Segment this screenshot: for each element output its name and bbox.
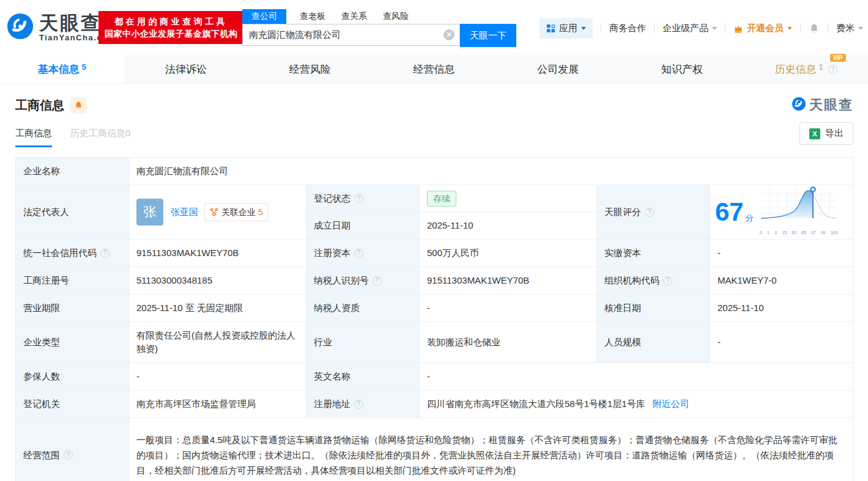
credit-code-value: 91511303MAK1WEY70B	[129, 240, 306, 266]
search-button[interactable]: 天眼一下	[460, 24, 516, 47]
table-row-legal-rep: 法定代表人 张 张亚国 关联企业 5 登记状态 存续	[16, 185, 853, 240]
nav-divider	[654, 24, 655, 33]
tab-basic-info[interactable]: 基本信息 5	[0, 55, 124, 83]
tab-history-info-count: 1	[819, 62, 823, 72]
nav-enterprise-products[interactable]: 企业级产品	[662, 23, 717, 34]
search-tab-boss[interactable]: 查老板	[300, 9, 325, 24]
section-title: 工商信息	[15, 97, 64, 114]
tab-intellectual-property[interactable]: 知识产权	[620, 55, 744, 83]
status-badge: 存续	[427, 191, 456, 207]
search-tab-risk[interactable]: 查风险	[383, 9, 409, 24]
score-value: 67分	[710, 185, 853, 239]
chevron-down-icon	[581, 27, 586, 30]
section-head: 工商信息 天眼查	[15, 97, 853, 114]
nearby-companies-link[interactable]: 附近公司	[653, 397, 689, 411]
legal-rep-label: 法定代表人	[16, 185, 129, 239]
search-clear-icon[interactable]: ✕	[443, 29, 454, 40]
page: 天眼查 TianYanCha.com 都在用的商业查询工具 国家中小企业发展子基…	[0, 0, 868, 481]
nav-cooperation[interactable]: 商务合作	[609, 23, 646, 34]
tab-company-development-label: 公司发展	[537, 62, 579, 76]
tianyancha-swirl-icon	[6, 12, 34, 43]
org-code-label-text: 组织机构代码	[604, 274, 659, 287]
credit-code-label: 统一社会信用代码	[16, 240, 129, 266]
notification-bell-icon[interactable]	[809, 23, 820, 34]
search-input[interactable]	[242, 24, 460, 46]
help-icon[interactable]	[663, 276, 672, 285]
table-row-insured-count: 参保人数 - 英文名称 -	[16, 363, 853, 391]
table-row-business-scope: 经营范围 一般项目：总质量4.5吨及以下普通货运车辆道路货物运输（除网络货运和危…	[16, 418, 853, 481]
staff-size-label: 人员规模	[597, 322, 710, 362]
table-row-reg-authority: 登记机关 南充市高坪区市场监督管理局 注册地址 四川省南充市高坪区物流大道六段5…	[16, 391, 853, 418]
tab-company-development[interactable]: 公司发展	[496, 55, 620, 83]
search-tab-relation[interactable]: 查关系	[341, 9, 367, 24]
export-button-label: 导出	[825, 128, 844, 139]
taxpayer-id-label-text: 纳税人识别号	[314, 274, 369, 287]
staff-size-value: -	[710, 322, 853, 362]
score-unit: 分	[746, 213, 754, 222]
approval-date-value: 2025-11-10	[710, 295, 853, 321]
reg-status-value: 存续	[420, 185, 597, 212]
taxpayer-id-label: 纳税人识别号	[306, 267, 420, 294]
help-icon[interactable]	[100, 249, 109, 258]
nav-user-menu[interactable]: 费米	[836, 23, 863, 34]
tab-operation-info-label: 经营信息	[414, 62, 455, 76]
subtab-business-info[interactable]: 工商信息	[15, 128, 52, 147]
avatar[interactable]: 张	[136, 199, 163, 226]
vip-badge: VIP	[830, 54, 846, 62]
search-box: ✕	[242, 24, 460, 47]
chevron-down-icon	[787, 27, 792, 30]
help-icon[interactable]	[373, 276, 382, 285]
legal-rep-name-link[interactable]: 张亚国	[171, 205, 198, 219]
company-type-label: 企业类型	[16, 322, 129, 362]
help-icon[interactable]	[354, 194, 363, 203]
excel-icon	[809, 128, 820, 139]
watermark-logo: 天眼查	[792, 96, 853, 114]
business-term-label: 营业期限	[16, 295, 129, 321]
help-icon[interactable]	[354, 400, 363, 409]
reg-capital-label-text: 注册资本	[314, 246, 351, 260]
help-icon[interactable]	[354, 249, 363, 258]
tab-operation-info[interactable]: 经营信息	[372, 55, 496, 83]
subtab-history-business-info[interactable]: 历史工商信息0	[70, 128, 130, 147]
help-icon[interactable]	[64, 450, 73, 460]
monitor-bell-icon[interactable]	[70, 97, 87, 114]
tab-history-info[interactable]: 历史信息 VIP 1	[744, 55, 868, 83]
tab-operation-risk[interactable]: 经营风险	[248, 55, 372, 83]
reg-capital-label: 注册资本	[306, 240, 420, 266]
nav-open-vip[interactable]: 开通会员	[733, 23, 792, 34]
nav-apps[interactable]: 应用	[540, 18, 593, 39]
insured-count-value: -	[129, 363, 306, 390]
search-tab-company[interactable]: 查公司	[242, 9, 286, 24]
crown-icon	[733, 24, 743, 34]
approval-date-label: 核准日期	[597, 295, 710, 321]
business-term-value: 2025-11-10 至 无固定期限	[129, 295, 306, 321]
score-marker-pin-icon	[811, 187, 815, 191]
search-row: ✕ 天眼一下	[242, 24, 516, 47]
chevron-down-icon	[712, 27, 717, 30]
related-companies-badge[interactable]: 关联企业 5	[204, 203, 269, 221]
paid-capital-label: 实缴资本	[597, 240, 710, 266]
nav-username: 费米	[836, 23, 855, 34]
help-icon[interactable]	[645, 208, 654, 217]
chevron-down-icon	[858, 27, 863, 30]
watermark-text: 天眼查	[809, 96, 853, 114]
tab-history-info-label: 历史信息	[775, 62, 817, 76]
business-scope-value: 一般项目：总质量4.5吨及以下普通货运车辆道路货物运输（除网络货运和危险货物）；…	[129, 418, 853, 481]
business-info-table: 企业名称 南充圆汇物流有限公司 法定代表人 张 张亚国 关联企业 5 登记状态	[15, 157, 853, 481]
tab-legal-proceedings[interactable]: 法律诉讼	[124, 55, 248, 83]
company-name-value: 南充圆汇物流有限公司	[129, 158, 853, 185]
top-nav: 应用 商务合作 企业级产品 开通会员	[540, 18, 863, 39]
promo-banner-line1: 都在用的商业查询工具	[105, 15, 238, 28]
help-icon[interactable]	[828, 65, 837, 74]
reg-address-text: 四川省南充市高坪区物流大道六段58号1号楼1层1号库	[427, 397, 645, 411]
nav-divider	[800, 24, 801, 33]
score-number: 67	[715, 197, 744, 226]
export-button[interactable]: 导出	[799, 122, 853, 145]
reg-address-label-text: 注册地址	[314, 397, 351, 411]
network-icon	[210, 208, 218, 216]
paid-capital-value: -	[710, 240, 853, 266]
business-scope-label-text: 经营范围	[23, 449, 60, 462]
english-name-value: -	[420, 363, 853, 390]
tab-basic-info-count: 5	[82, 62, 86, 72]
legal-rep-value: 张 张亚国 关联企业 5	[129, 185, 306, 239]
